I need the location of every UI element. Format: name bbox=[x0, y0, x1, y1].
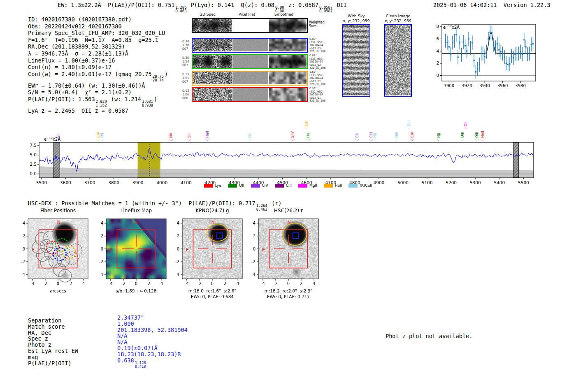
svg-text:4: 4 bbox=[253, 221, 255, 225]
svg-text:0: 0 bbox=[57, 281, 59, 286]
svg-text:0: 0 bbox=[135, 281, 137, 286]
full-spectrum-plot: 3500360037003800390040004100420043004400… bbox=[35, 106, 545, 187]
info-line: Obs: 20220424v012_4020167380 bbox=[28, 23, 168, 30]
cutout-hsc-r: HSC(26.2) rNE-4-4-2-2002244m:18.2 re:2.0… bbox=[242, 208, 335, 302]
svg-text:-2: -2 bbox=[21, 260, 25, 264]
text-segment: F=1.6" T=0.196 N=1.17 A=0.85 g=25.1 bbox=[28, 37, 158, 43]
svg-text:4: 4 bbox=[23, 221, 25, 225]
sky-panel-coords: x, y: 232, 959 bbox=[376, 19, 420, 23]
spec2d-pixelflat-image bbox=[232, 72, 268, 84]
svg-text:0: 0 bbox=[287, 281, 290, 286]
info-line: Cont(w) = 2.40(±0.01)e-17 (gmag 20.7520.… bbox=[28, 71, 168, 82]
spec2d-row-left-labels: 0.301.54007 bbox=[182, 56, 189, 67]
spec2d-row bbox=[192, 87, 308, 102]
legend-item: OII bbox=[228, 183, 244, 188]
spec2d-pixelflat-image bbox=[232, 88, 268, 101]
text-segment: LineFlux = 1.00(±0.37)e-16 bbox=[28, 57, 115, 64]
cutout-caption2: EWr: 0, PLAE: 0.717 bbox=[242, 294, 335, 299]
text-segment: λ = 3946.73Å σ = 2.28(±1.13)Å bbox=[28, 50, 128, 57]
svg-text:4: 4 bbox=[437, 49, 439, 53]
legend-label: OII bbox=[239, 183, 244, 188]
legend-label: Lyα bbox=[215, 183, 221, 188]
emission-line-label: ( CIII bbox=[304, 121, 309, 129]
emission-line-label: { Hβ bbox=[437, 133, 441, 141]
stacked-fraction: 1.1280.418 bbox=[135, 361, 146, 369]
match-table-label: RA, Dec bbox=[28, 330, 78, 336]
svg-text:-4: -4 bbox=[185, 281, 189, 286]
emission-line-label: ( OIII bbox=[407, 121, 411, 129]
info-line: EWr = 1.70(±0.64) (w: 1.30(±0.46))Å bbox=[28, 82, 168, 89]
spec2d-row-left-labels: 0.151.91007 bbox=[182, 72, 189, 84]
sky-panel-title: Clean Image bbox=[376, 14, 420, 18]
match-table-value: 0.19(±0.07)Å bbox=[117, 345, 188, 351]
svg-text:2: 2 bbox=[101, 234, 103, 238]
photz-note: Phot z plot not available. bbox=[386, 333, 472, 339]
header-stats-line: EW: 1.3±22.2Å P(LAE)/P(OII): 0.7511.2860… bbox=[58, 2, 347, 13]
spec2d-pixelflat-image bbox=[232, 39, 268, 51]
legend-label: MgII bbox=[309, 183, 317, 188]
text-segment: HSC-DEX : Possible Matches = 1 (within +… bbox=[28, 200, 255, 206]
legend-item: Lyα bbox=[204, 183, 221, 188]
legend-label: HeII bbox=[335, 183, 342, 188]
emission-line-label: ( OII bbox=[464, 121, 468, 129]
emission-line-label: { SiII bbox=[187, 132, 191, 141]
svg-text:0: 0 bbox=[253, 247, 255, 251]
info-line: Primary Spec_Slot_IFU_AMP: 320_032_020_L… bbox=[28, 30, 168, 37]
text-segment: Obs: 20220424v012_4020167380 bbox=[28, 23, 122, 30]
spectrum-legend: LyαOIICIVCIIIMgIIHeII(K)CaII bbox=[0, 183, 576, 188]
spec2d-noise-image bbox=[193, 19, 232, 32]
text-segment: 1.000 bbox=[117, 320, 134, 327]
spec2d-noise-image bbox=[193, 39, 232, 51]
spec2d-header: Pixel Flat bbox=[230, 12, 263, 16]
info-line: F=1.6" T=0.196 N=1.17 A=0.85 g=25.1 bbox=[28, 37, 168, 44]
sky-panel-image bbox=[385, 25, 411, 95]
match-table-value: 2.34737" bbox=[117, 315, 188, 321]
svg-text:-4: -4 bbox=[261, 281, 265, 286]
svg-text:-2: -2 bbox=[121, 281, 125, 286]
emission-line-label: { SiIV bbox=[290, 131, 295, 141]
emission-line-label: { Hγ bbox=[248, 133, 252, 141]
sky-panel-image-box bbox=[342, 24, 370, 97]
svg-text:N: N bbox=[135, 220, 138, 225]
svg-text:3960: 3960 bbox=[497, 84, 508, 88]
svg-text:4: 4 bbox=[237, 281, 239, 286]
legend-item: HeII bbox=[324, 183, 342, 188]
svg-text:-2: -2 bbox=[175, 260, 179, 264]
text-segment: (r) bbox=[268, 200, 282, 206]
svg-text:2: 2 bbox=[70, 281, 72, 286]
emission-line-label: { NV bbox=[169, 133, 173, 141]
svg-text:E: E bbox=[186, 247, 189, 253]
text-segment: P(Lyα): 0.141 Q(z): 0.08 bbox=[188, 2, 274, 8]
spec2d-row bbox=[192, 54, 308, 69]
text-segment: 2.34737" bbox=[117, 314, 144, 321]
text-segment: Primary Spec_Slot_IFU_AMP: 320_032_020_L… bbox=[28, 30, 165, 36]
spec2d-row-right-labels: 0.93"(232, 950)20220424v012_01320_LU_105 bbox=[309, 87, 325, 103]
text-segment: N/A bbox=[117, 339, 127, 345]
legend-swatch bbox=[275, 184, 284, 188]
spec2d-header: 2D Spec bbox=[191, 12, 224, 16]
spec2d-smoothed-image bbox=[269, 72, 307, 84]
svg-text:2: 2 bbox=[224, 281, 226, 286]
svg-text:4: 4 bbox=[313, 281, 315, 286]
svg-text:4: 4 bbox=[177, 221, 179, 225]
sky-panel-title: With Sky bbox=[334, 14, 379, 18]
svg-text:0: 0 bbox=[211, 281, 214, 286]
svg-text:N: N bbox=[57, 220, 60, 225]
sky-panel-coords: x, y: 232, 959 bbox=[334, 19, 379, 23]
info-line: Cont(n) = 1.80(±0.09)e-17 bbox=[28, 64, 168, 71]
match-table-label: P(LAE)/P(OII) bbox=[28, 360, 78, 366]
svg-text:2.5: 2.5 bbox=[30, 162, 37, 167]
svg-text:0: 0 bbox=[437, 73, 439, 78]
spec2d-row-right-labels: 0.82"(232, 959)20220424v012_03320_LU_106 bbox=[309, 38, 325, 53]
legend-item: (K)CaII bbox=[348, 183, 372, 188]
cutout-caption1: m:18.2 re:2.0" s:2.3" bbox=[242, 288, 335, 293]
text-segment: z: 0.0587 bbox=[285, 2, 318, 8]
emission-line-label: { OII bbox=[100, 133, 104, 141]
match-table-label: Match score bbox=[28, 324, 78, 330]
svg-text:0: 0 bbox=[101, 247, 103, 251]
emission-line-label: { CII bbox=[355, 133, 359, 141]
sky-panel-image bbox=[343, 25, 369, 95]
svg-text:-2: -2 bbox=[197, 281, 202, 286]
match-table-label: Spec z bbox=[28, 336, 78, 342]
legend-swatch bbox=[228, 184, 237, 188]
